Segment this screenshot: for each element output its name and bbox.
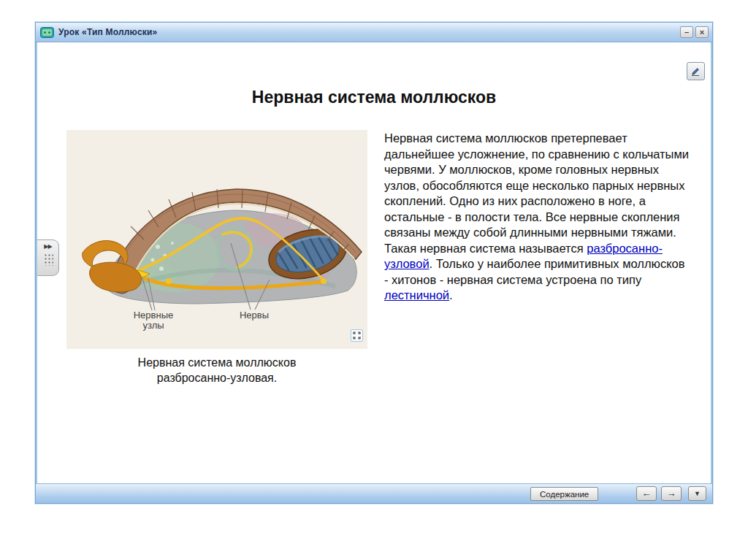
mollusk-illustration: Нервные узлы Нервы — [66, 130, 367, 349]
paragraph-text-3: . — [449, 288, 453, 302]
close-icon: × — [700, 28, 704, 37]
lesson-text: Нервная система моллюсков претерпевает д… — [384, 131, 691, 304]
slide-background: Урок «Тип Моллюски» – × Нервная система … — [0, 0, 748, 560]
prev-page-button[interactable]: ← — [636, 486, 657, 501]
fullscreen-arrows-icon — [353, 331, 361, 340]
contents-button[interactable]: Содержание — [530, 487, 598, 501]
edit-pencil-button[interactable] — [687, 62, 705, 80]
close-button[interactable]: × — [695, 26, 709, 38]
nav-buttons: ← → ▼ — [636, 486, 706, 501]
window-controls: – × — [680, 26, 709, 38]
slide-title: Нервная система моллюсков — [37, 88, 711, 107]
app-logo-icon — [40, 27, 54, 38]
label-nerves: Нервы — [240, 310, 269, 321]
right-arrow-icon: → — [667, 488, 676, 499]
next-page-button[interactable]: → — [661, 486, 682, 501]
navigation-bar: Содержание ← → ▼ — [36, 483, 712, 503]
mollusk-figure: Нервные узлы Нервы — [66, 130, 367, 349]
pencil-icon — [690, 66, 701, 77]
window-title: Урок «Тип Моллюски» — [58, 27, 157, 37]
paragraph-text-2: . Только у наиболее примитивных моллюско… — [384, 257, 685, 286]
figure-expand-button[interactable] — [351, 329, 363, 342]
figure-caption-line2: разбросанно-узловая. — [66, 370, 367, 386]
window-titlebar: Урок «Тип Моллюски» – × — [36, 23, 712, 42]
label-nerve-nodes-line2: узлы — [142, 320, 164, 331]
figure-caption-line1: Нервная система моллюсков — [66, 355, 367, 370]
sidebar-toggle-tab[interactable]: ▶▶ — [37, 239, 59, 276]
down-arrow-icon: ▼ — [694, 490, 701, 497]
minimize-button[interactable]: – — [680, 26, 693, 38]
grip-dots-icon — [43, 253, 53, 266]
link-lestnichnoy[interactable]: лестничной — [384, 288, 449, 302]
double-arrow-icon: ▶▶ — [44, 243, 51, 250]
paragraph-text-1: Нервная система моллюсков претерпевает д… — [384, 131, 689, 255]
left-arrow-icon: ← — [642, 488, 652, 499]
menu-dropdown-button[interactable]: ▼ — [688, 486, 706, 501]
lesson-content: Нервная система моллюсков — [36, 42, 712, 483]
label-nerve-nodes-line1: Нервные — [134, 310, 174, 321]
app-window: Урок «Тип Моллюски» – × Нервная система … — [35, 22, 713, 504]
minimize-icon: – — [684, 28, 689, 37]
figure-caption: Нервная система моллюсков разбросанно-уз… — [66, 355, 367, 386]
